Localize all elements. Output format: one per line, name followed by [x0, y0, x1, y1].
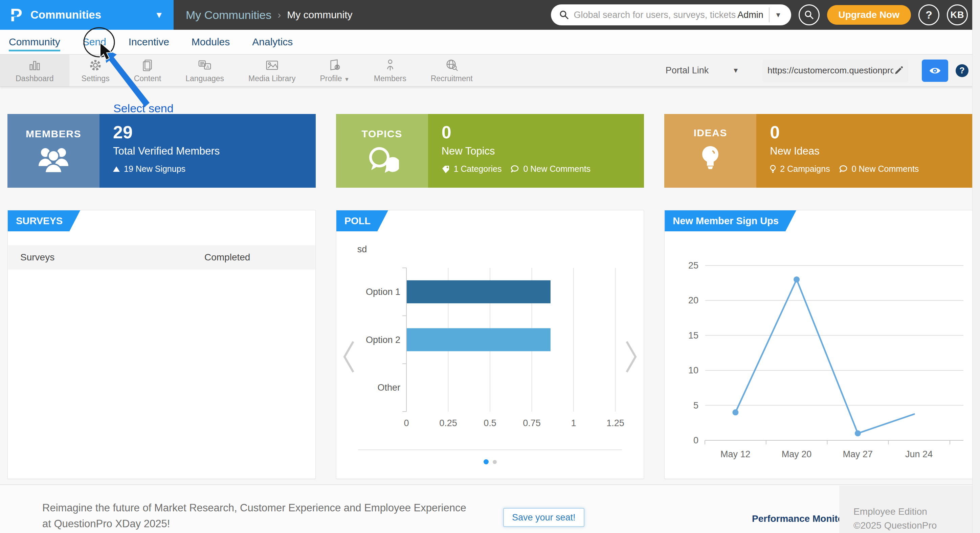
tab-send[interactable]: Send — [83, 36, 106, 48]
toolbar-item-content[interactable]: Content — [122, 55, 173, 86]
chevron-down-icon[interactable]: ▼ — [775, 11, 782, 19]
comment-icon — [510, 165, 519, 173]
column-surveys[interactable]: Surveys — [20, 252, 54, 263]
portal-url-value: https://customercom.questionpro.cc — [767, 65, 893, 76]
communities-dashboard-app: P Communities ▼ My Communities › My comm… — [0, 0, 980, 533]
questionpro-logo-icon: P — [10, 6, 22, 24]
help-button[interactable]: ? — [918, 5, 939, 25]
chevron-down-icon: ▼ — [344, 76, 350, 82]
portal-link-controls: Portal Link ▼ https://customercom.questi… — [666, 55, 980, 86]
search-placeholder: Global search for users, surveys, ticket… — [574, 10, 738, 20]
tag-icon — [442, 165, 450, 173]
svg-text:May 12: May 12 — [721, 449, 751, 459]
svg-text:A: A — [207, 64, 210, 69]
svg-text:5: 5 — [694, 400, 698, 411]
search-icon — [559, 10, 569, 20]
performance-monitor-link[interactable]: Performance Monitor — [752, 513, 847, 524]
svg-text:1: 1 — [571, 418, 576, 428]
tab-incentive[interactable]: Incentive — [129, 36, 169, 48]
edition-label: Employee Edition — [853, 504, 980, 519]
translate-icon: A — [197, 58, 212, 72]
card-label: TOPICS — [362, 128, 402, 140]
chevron-down-icon: ▼ — [732, 67, 739, 75]
toolbar-item-media-library[interactable]: Media Library — [236, 55, 308, 86]
breadcrumb-separator: › — [277, 9, 281, 21]
product-switcher[interactable]: P Communities ▼ — [0, 0, 173, 30]
divider — [769, 8, 770, 22]
svg-text:May 27: May 27 — [843, 449, 873, 459]
toolbar-item-recruitment[interactable]: Recruitment — [418, 55, 485, 86]
svg-text:20: 20 — [688, 295, 698, 305]
campaigns-meta: 2 Campaigns — [780, 164, 830, 174]
tab-community[interactable]: Community — [9, 36, 60, 48]
signups-ribbon: New Member Sign Ups — [665, 210, 796, 231]
categories-meta: 1 Categories — [454, 164, 502, 174]
ideas-count: 0 — [770, 122, 972, 143]
surveys-panel: SURVEYS Surveys Completed — [8, 210, 316, 479]
svg-text:10: 10 — [688, 365, 698, 375]
carousel-dot[interactable] — [484, 459, 488, 464]
carousel-next-button[interactable] — [623, 338, 639, 375]
search-icon — [804, 10, 814, 20]
svg-text:May 20: May 20 — [782, 449, 812, 459]
tab-modules[interactable]: Modules — [191, 36, 230, 48]
portal-help-button[interactable]: ? — [956, 64, 969, 77]
portal-url-field[interactable]: https://customercom.questionpro.cc — [763, 60, 908, 82]
chevron-down-icon[interactable]: ▼ — [155, 10, 164, 20]
upgrade-now-button[interactable]: Upgrade Now — [827, 5, 911, 25]
topics-stat-card[interactable]: TOPICS 0 New Topics 1 Categories — [336, 114, 644, 188]
search-scope-value[interactable]: Admin — [737, 10, 764, 20]
members-subtitle: Total Verified Members — [113, 145, 316, 157]
carousel-dots[interactable] — [336, 459, 644, 464]
person-icon — [383, 58, 397, 72]
column-completed[interactable]: Completed — [204, 252, 250, 263]
members-stat-card[interactable]: MEMBERS 29 Total Verified Members 19 New… — [8, 114, 316, 188]
toolbar-item-dashboard[interactable]: Dashboard — [0, 55, 69, 86]
edition-block: Employee Edition ©2025 QuestionPro — [839, 485, 980, 533]
global-search-input[interactable]: Global search for users, surveys, ticket… — [551, 5, 791, 25]
chat-bubbles-icon — [365, 145, 399, 173]
topics-subtitle: New Topics — [442, 145, 644, 157]
pencil-icon[interactable] — [893, 66, 904, 76]
svg-text:15: 15 — [688, 330, 698, 341]
svg-text:Jun 24: Jun 24 — [905, 449, 932, 459]
save-your-seat-button[interactable]: Save your seat! — [503, 508, 584, 527]
toolbar-item-languages[interactable]: A Languages — [173, 55, 236, 86]
carousel-prev-button[interactable] — [341, 338, 357, 375]
toolbar-item-profile[interactable]: Profile ▼ — [308, 55, 361, 86]
arrow-up-icon — [113, 167, 120, 172]
svg-text:0: 0 — [694, 435, 698, 446]
vertical-scrollbar[interactable] — [972, 0, 980, 533]
search-submit-button[interactable] — [799, 5, 819, 25]
user-avatar[interactable]: KB — [947, 5, 968, 25]
preview-portal-button[interactable] — [922, 60, 948, 82]
xday-announcement: Reimagine the future of Market Research,… — [42, 500, 466, 531]
card-label: MEMBERS — [26, 128, 81, 140]
members-group-icon — [36, 145, 71, 173]
surveys-ribbon: SURVEYS — [8, 210, 80, 231]
panels-row: SURVEYS Surveys Completed POLL sd 00.250… — [0, 188, 980, 479]
breadcrumb-bar: My Communities › My community Global sea… — [173, 0, 980, 30]
poll-question-title: sd — [357, 244, 367, 255]
breadcrumb-parent-link[interactable]: My Communities — [186, 8, 271, 22]
surveys-table-header: Surveys Completed — [8, 245, 315, 270]
new-signups-meta: 19 New Signups — [124, 164, 185, 174]
ideas-stat-card[interactable]: IDEAS 0 New Ideas 2 Campaigns 0 — [664, 114, 972, 188]
top-header: P Communities ▼ My Communities › My comm… — [0, 0, 980, 30]
card-label: IDEAS — [694, 127, 727, 139]
signups-line-chart: 2520151050May 12May 20May 27Jun 24 — [665, 254, 972, 471]
tab-analytics[interactable]: Analytics — [252, 36, 293, 48]
carousel-dot[interactable] — [493, 460, 497, 464]
signups-panel: New Member Sign Ups 2520151050May 12May … — [664, 210, 972, 479]
toolbar-item-settings[interactable]: Settings — [69, 55, 122, 86]
comments-meta: 0 New Comments — [852, 164, 919, 174]
toolbar-item-members[interactable]: Members — [362, 55, 418, 86]
poll-panel: POLL sd 00.250.50.7511.25Option 1Option … — [336, 210, 644, 479]
svg-text:0: 0 — [404, 418, 409, 428]
svg-text:25: 25 — [688, 260, 698, 271]
bulb-small-icon — [770, 165, 776, 173]
topics-count: 0 — [442, 122, 644, 143]
globe-search-icon — [445, 58, 459, 72]
portal-link-select[interactable]: Portal Link ▼ — [666, 65, 739, 76]
copyright: ©2025 QuestionPro — [853, 519, 980, 532]
